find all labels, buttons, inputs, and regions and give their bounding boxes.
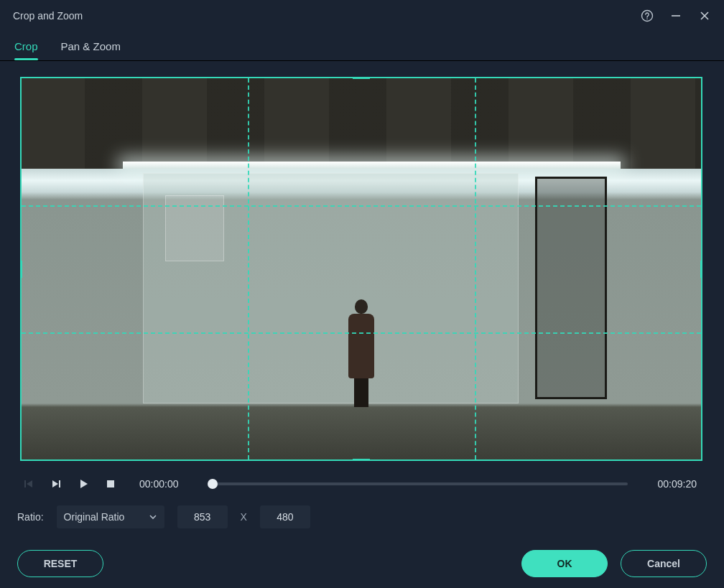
svg-point-0 — [642, 11, 653, 22]
svg-rect-5 — [24, 480, 26, 487]
timeline-scrubber[interactable] — [208, 477, 628, 491]
current-time: 00:00:00 — [139, 478, 190, 490]
next-frame-icon[interactable] — [49, 477, 63, 491]
video-frame[interactable] — [20, 77, 702, 461]
tab-bar: Crop Pan & Zoom — [0, 32, 724, 60]
svg-rect-10 — [107, 480, 114, 487]
minimize-icon[interactable] — [669, 9, 682, 22]
preview-area — [20, 77, 704, 461]
cancel-button-label: Cancel — [647, 558, 680, 569]
play-icon[interactable] — [76, 477, 90, 491]
titlebar: Crop and Zoom — [0, 0, 724, 32]
tab-panzoom[interactable]: Pan & Zoom — [61, 32, 121, 60]
playback-controls: 00:00:00 00:09:20 — [0, 468, 724, 491]
height-value: 480 — [277, 511, 293, 523]
width-input[interactable]: 853 — [177, 505, 228, 528]
ratio-controls: Ratio: Original Ratio 853 X 480 — [0, 491, 724, 528]
dimension-separator: X — [241, 511, 247, 523]
svg-marker-7 — [52, 480, 58, 487]
svg-point-1 — [646, 18, 648, 19]
reset-button-label: RESET — [44, 558, 78, 569]
svg-rect-8 — [59, 480, 60, 487]
close-icon[interactable] — [698, 9, 711, 22]
tab-crop[interactable]: Crop — [14, 32, 38, 60]
stop-icon[interactable] — [103, 477, 118, 491]
cancel-button[interactable]: Cancel — [621, 550, 707, 577]
scrubber-thumb[interactable] — [208, 479, 218, 489]
ratio-label: Ratio: — [17, 511, 44, 523]
ratio-select[interactable]: Original Ratio — [57, 505, 164, 528]
chevron-down-icon — [149, 513, 157, 521]
footer-buttons: RESET OK Cancel — [0, 528, 724, 577]
svg-marker-9 — [80, 480, 88, 488]
total-time: 00:09:20 — [646, 478, 697, 490]
svg-marker-6 — [27, 480, 32, 487]
ok-button-label: OK — [557, 558, 572, 569]
help-icon[interactable] — [641, 9, 654, 22]
ratio-select-value: Original Ratio — [64, 511, 125, 523]
window-title: Crop and Zoom — [13, 10, 83, 22]
tab-crop-label: Crop — [14, 40, 38, 52]
tab-panzoom-label: Pan & Zoom — [61, 40, 121, 52]
width-value: 853 — [194, 511, 210, 523]
video-content — [20, 77, 702, 461]
reset-button[interactable]: RESET — [17, 550, 103, 577]
prev-frame-icon[interactable] — [22, 477, 36, 491]
height-input[interactable]: 480 — [260, 505, 310, 528]
ok-button[interactable]: OK — [521, 550, 608, 577]
